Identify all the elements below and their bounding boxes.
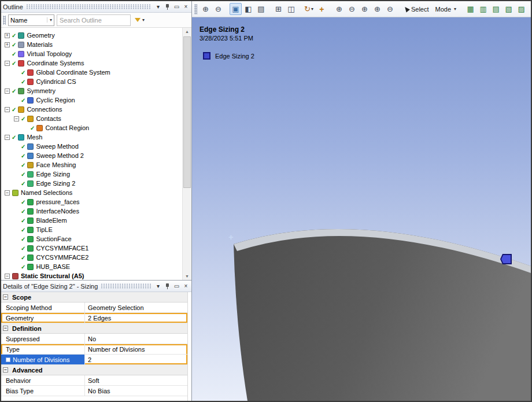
filter-row-grip[interactable]	[3, 16, 6, 25]
rotate-icon[interactable]: ↻▾	[302, 3, 315, 15]
zoom-dynamic-icon[interactable]: ⊖	[346, 3, 358, 15]
details-row-geometry[interactable]: Geometry2 Edges	[1, 313, 187, 323]
tree-expander-icon[interactable]: −	[5, 88, 10, 94]
details-row-behavior[interactable]: BehaviorSoft	[1, 375, 187, 386]
tree-expander-icon[interactable]: −	[14, 116, 19, 121]
float-window-icon[interactable]: ▭	[173, 282, 180, 290]
shaded-exterior-icon[interactable]: ▣	[230, 3, 242, 15]
details-category-definition[interactable]: −Definition	[1, 323, 187, 334]
shaded-wireframe-icon[interactable]: ◧	[242, 3, 254, 15]
details-category-scope[interactable]: −Scope	[1, 292, 187, 303]
tree-expander-icon[interactable]: −	[5, 107, 10, 112]
tree-expander-icon[interactable]: −	[5, 135, 10, 140]
tree-item-contact-region[interactable]: ✓Contact Region	[3, 123, 182, 132]
zoom-fit-icon[interactable]: ⊕	[359, 3, 371, 15]
tree-item-symmetry[interactable]: −✓Symmetry	[3, 86, 182, 95]
outline-header-grip[interactable]	[26, 4, 152, 9]
mode-button[interactable]: Mode▾	[433, 3, 460, 15]
details-row-value[interactable]: Number of Divisions	[85, 344, 187, 354]
chevron-down-icon[interactable]: ▾	[47, 17, 52, 23]
details-row-suppressed[interactable]: SuppressedNo	[1, 334, 187, 344]
tree-item-cyclic-region[interactable]: ✓Cyclic Region	[3, 95, 182, 105]
details-row-type[interactable]: TypeNumber of Divisions	[1, 344, 187, 355]
tree-item-cycsymmface1[interactable]: ✓CYCSYMMFACE1	[3, 244, 182, 253]
details-category-advanced[interactable]: −Advanced	[1, 365, 187, 375]
close-icon[interactable]: ×	[182, 282, 190, 290]
pin-icon[interactable]	[164, 282, 171, 290]
details-row-value[interactable]: No	[85, 334, 187, 344]
details-row-value[interactable]: No Bias	[85, 386, 187, 396]
tree-item-pressure-faces[interactable]: ✓pressure_faces	[3, 197, 182, 206]
pan-icon[interactable]: +	[316, 3, 328, 15]
tree-item-bladeelem[interactable]: ✓BladeElem	[3, 216, 182, 225]
scroll-up-icon[interactable]: ▲	[185, 29, 189, 34]
tree-item-sweep-method[interactable]: ✓Sweep Method	[3, 142, 182, 151]
random-colors-icon[interactable]: ▧	[503, 3, 515, 15]
previous-view-icon[interactable]: ⊖	[384, 3, 396, 15]
show-vertices-icon[interactable]: ▦	[464, 3, 476, 15]
tree-item-edge-sizing[interactable]: ✓Edge Sizing	[3, 169, 182, 179]
scrollbar-thumb[interactable]	[183, 36, 191, 188]
details-row-number-of-divisions[interactable]: Number of Divisions2	[1, 355, 187, 365]
category-expander-icon[interactable]: −	[3, 294, 8, 300]
menu-caret-icon[interactable]: ▾	[154, 3, 162, 10]
tree-item-mesh[interactable]: −✓Mesh	[3, 132, 182, 142]
tree-item-named-selections[interactable]: −Named Selections	[3, 188, 182, 197]
tree-expander-icon[interactable]: +	[5, 42, 10, 47]
details-row-value[interactable]: 2	[85, 355, 187, 364]
details-header-grip[interactable]	[101, 283, 152, 289]
close-icon[interactable]: ×	[182, 3, 190, 10]
tree-item-tiple[interactable]: ✓TipLE	[3, 225, 182, 234]
graphics-viewport[interactable]: Edge Sizing 2 3/28/2023 5:51 PM Edge Siz…	[192, 17, 531, 401]
chevron-down-icon[interactable]: ▾	[454, 6, 456, 12]
show-mesh-icon[interactable]: ▤	[490, 3, 502, 15]
tree-item-contacts[interactable]: −✓Contacts	[3, 114, 182, 123]
chevron-down-icon[interactable]: ▾	[142, 17, 145, 23]
select-button[interactable]: Select	[401, 3, 432, 15]
pin-icon[interactable]	[164, 3, 171, 10]
tree-item-virtual-topology[interactable]: ✓Virtual Topology	[3, 49, 182, 58]
search-outline-input[interactable]	[57, 14, 131, 26]
tree-expander-icon[interactable]: +	[5, 33, 10, 38]
wireframe-mode-icon[interactable]: ▥	[477, 3, 489, 15]
menu-caret-icon[interactable]: ▾	[154, 282, 162, 290]
tree-scrollbar[interactable]: ▲ ▼	[182, 28, 191, 280]
filter-options-button[interactable]: ▾	[135, 17, 145, 23]
details-row-bias-type[interactable]: Bias TypeNo Bias	[1, 386, 187, 396]
element-view-icon[interactable]: ▤	[255, 3, 267, 15]
details-row-scoping-method[interactable]: Scoping MethodGeometry Selection	[1, 303, 187, 313]
tree-item-sweep-method-2[interactable]: ✓Sweep Method 2	[3, 151, 182, 160]
details-row-value[interactable]: Geometry Selection	[85, 303, 187, 312]
copy-viewport-icon[interactable]: ⊞	[272, 3, 285, 15]
toolbar-grip[interactable]	[194, 4, 197, 14]
chevron-down-icon[interactable]: ▾	[311, 6, 313, 12]
tree-item-hub-base[interactable]: ✓HUB_BASE	[3, 262, 182, 271]
zoom-out-icon[interactable]: ⊖	[212, 3, 224, 15]
split-viewport-icon[interactable]: ◫	[285, 3, 297, 15]
tree-item-suctionface[interactable]: ✓SuctionFace	[3, 234, 182, 244]
tree-item-geometry[interactable]: +✓Geometry	[3, 31, 182, 40]
category-expander-icon[interactable]: −	[3, 367, 8, 373]
tree-item-static-structural-a5[interactable]: −Static Structural (A5)	[3, 271, 182, 280]
tree-item-edge-sizing-2[interactable]: ✓Edge Sizing 2	[3, 179, 182, 188]
name-filter-dropdown[interactable]: Name ▾	[8, 14, 54, 26]
tree-item-cylindrical-cs[interactable]: ✓Cylindrical CS	[3, 77, 182, 86]
tree-expander-icon[interactable]: −	[5, 274, 10, 279]
zoom-in-icon[interactable]: ⊕	[200, 3, 212, 15]
tree-item-coordinate-systems[interactable]: −✓Coordinate Systems	[3, 58, 182, 68]
magnifier-window-icon[interactable]: ⊕	[371, 3, 383, 15]
row-checkbox-icon[interactable]	[6, 357, 10, 362]
zoom-box-icon[interactable]: ⊕	[333, 3, 345, 15]
tree-expander-icon[interactable]: −	[5, 61, 10, 66]
tree-item-connections[interactable]: −✓Connections	[3, 105, 182, 114]
float-window-icon[interactable]: ▭	[173, 3, 180, 10]
tree-expander-icon[interactable]: −	[5, 190, 10, 196]
tree-item-materials[interactable]: +✓Materials	[3, 40, 182, 49]
details-row-value[interactable]: Soft	[85, 375, 187, 385]
tree-item-interfacenodes[interactable]: ✓InterfaceNodes	[3, 206, 182, 216]
annotations-icon[interactable]: ▨	[515, 3, 527, 15]
category-expander-icon[interactable]: −	[3, 326, 8, 331]
tree-item-face-meshing[interactable]: ✓Face Meshing	[3, 160, 182, 169]
scroll-down-icon[interactable]: ▼	[185, 274, 189, 278]
details-row-value[interactable]: 2 Edges	[85, 313, 187, 323]
